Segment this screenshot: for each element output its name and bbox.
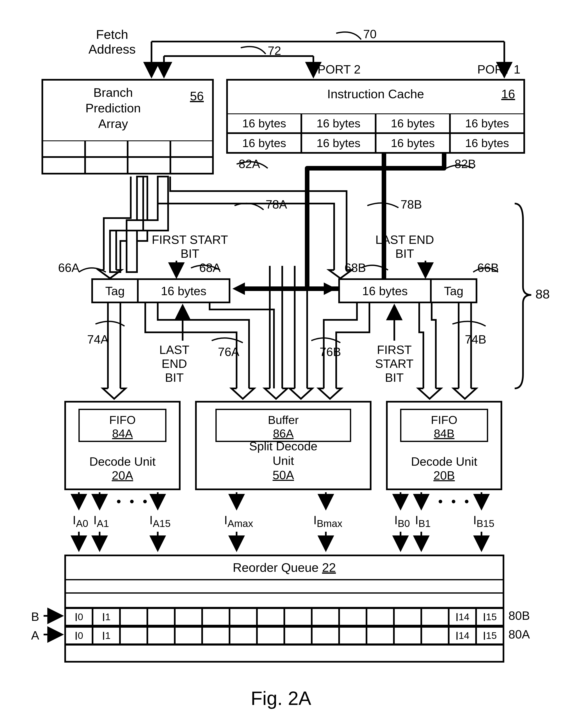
- out-ia1: IA1: [93, 513, 109, 529]
- ref-66a: 66A: [58, 261, 80, 275]
- tag-a: Tag: [93, 280, 139, 302]
- port2-label: PORT 2: [317, 62, 360, 76]
- row-a-label: A: [31, 628, 39, 642]
- ref-68b: 68B: [344, 261, 366, 275]
- decode-b-ref: 20B: [388, 468, 501, 482]
- tag-b: Tag: [430, 280, 476, 302]
- rq-a-15: I15: [476, 627, 503, 644]
- rq-b-1: I1: [93, 608, 120, 626]
- bpa-title: Branch Prediction Array: [54, 85, 173, 131]
- first-start-bit-a: FIRST START BIT: [145, 233, 235, 260]
- svg-marker-7: [324, 282, 336, 295]
- rq-b-14: I14: [449, 608, 476, 626]
- decode-unit-a: FIFO 84A Decode Unit 20A: [64, 401, 181, 490]
- icache-cell: 16 bytes: [376, 133, 450, 153]
- bytes-a: 16 bytes: [139, 280, 229, 302]
- fetch-address-label: Fetch Address: [77, 27, 147, 56]
- rq-a-1: I1: [93, 627, 120, 644]
- buffer-a: Tag 16 bytes: [91, 278, 230, 303]
- ref-66b: 66B: [477, 261, 499, 275]
- fifo-a-ref: 84A: [80, 427, 165, 440]
- branch-prediction-array: Branch Prediction Array 56: [42, 79, 214, 174]
- ref-74a: 74A: [87, 332, 109, 346]
- icache-cell: 16 bytes: [301, 133, 376, 153]
- rq-a-0: I0: [65, 627, 93, 644]
- fifo-b-ref: 84B: [401, 427, 487, 440]
- instruction-cache: Instruction Cache 16 16 bytes 16 bytes 1…: [226, 79, 525, 154]
- ref-80b: 80B: [508, 609, 530, 622]
- rq-a-14: I14: [449, 627, 476, 644]
- diagram-canvas: Fetch Address 70 72 PORT 2 PORT 1 Branch…: [0, 0, 562, 728]
- dots-b: ● ● ●: [438, 496, 472, 506]
- ref-68a: 68A: [199, 261, 221, 275]
- fifo-b-label: FIFO: [401, 413, 487, 427]
- out-ibmax: IBmax: [313, 513, 342, 529]
- decode-b-title: Decode Unit: [388, 454, 501, 468]
- out-ib1: IB1: [415, 513, 431, 529]
- buffer-b: 16 bytes Tag: [338, 278, 477, 303]
- ref-82a: 82A: [239, 157, 260, 171]
- icache-title: Instruction Cache: [228, 87, 523, 101]
- ref-88: 88: [535, 287, 550, 301]
- reorder-ref: 22: [322, 561, 336, 575]
- icache-cell: 16 bytes: [450, 133, 524, 153]
- icache-cell: 16 bytes: [450, 113, 524, 133]
- out-ia0: IA0: [73, 513, 88, 529]
- first-start-bit-v: FIRST START BIT: [367, 343, 421, 384]
- split-decode-unit: Buffer 86A Split Decode Unit 50A: [195, 401, 371, 490]
- ref-78b: 78B: [400, 197, 422, 211]
- bytes-b: 16 bytes: [340, 280, 430, 302]
- ref-70: 70: [363, 27, 377, 41]
- decode-a-title: Decode Unit: [66, 454, 179, 468]
- split-ref: 50A: [273, 468, 294, 482]
- out-ib15: IB15: [473, 513, 494, 529]
- ref-74b: 74B: [465, 332, 486, 346]
- decode-a-ref: 20A: [66, 468, 179, 482]
- out-ia15: IA15: [150, 513, 171, 529]
- fifo-a-label: FIFO: [80, 413, 165, 427]
- bpa-ref: 56: [190, 89, 204, 103]
- rq-b-15: I15: [476, 608, 503, 626]
- ref-82b: 82B: [454, 157, 476, 171]
- icache-ref: 16: [501, 87, 515, 101]
- figure-caption: Fig. 2A: [0, 687, 562, 709]
- last-end-bit-v: LAST END BIT: [152, 343, 197, 384]
- reorder-queue: Reorder Queue 22 I0 I1 I14 I15 I0 I1 I14…: [64, 555, 504, 663]
- icache-cell: 16 bytes: [376, 113, 450, 133]
- reorder-title: Reorder Queue: [233, 561, 318, 575]
- ref-76b: 76B: [319, 345, 341, 359]
- ref-76a: 76A: [218, 345, 239, 359]
- out-iamax: IAmax: [224, 513, 253, 529]
- out-ib0: IB0: [394, 513, 410, 529]
- decode-unit-b: FIFO 84B Decode Unit 20B: [386, 401, 502, 490]
- rq-b-0: I0: [65, 608, 93, 626]
- split-title: Split Decode Unit: [249, 439, 317, 467]
- dots-a: ● ● ●: [116, 496, 151, 506]
- svg-marker-6: [233, 282, 245, 295]
- row-b-label: B: [31, 610, 39, 624]
- last-end-bit-b: LAST END BIT: [365, 233, 444, 260]
- ref-72: 72: [268, 44, 281, 58]
- port1-label: PORT 1: [477, 62, 520, 76]
- icache-cell: 16 bytes: [301, 113, 376, 133]
- icache-cell: 16 bytes: [227, 113, 301, 133]
- ref-80a: 80A: [508, 627, 530, 641]
- icache-cell: 16 bytes: [227, 133, 301, 153]
- ref-78a: 78A: [266, 197, 287, 211]
